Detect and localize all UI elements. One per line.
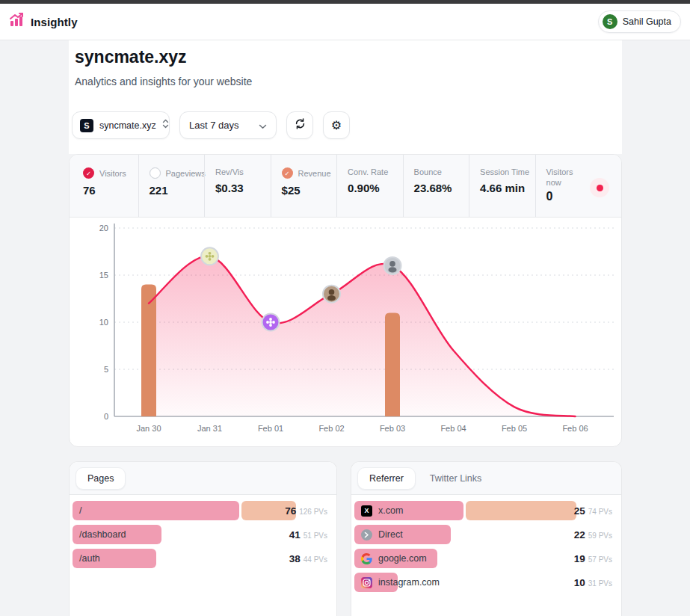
page-row-auth[interactable]: /auth3844 PVs: [73, 549, 333, 568]
svg-text:Feb 01: Feb 01: [258, 424, 283, 433]
chevron-updown-icon: [162, 118, 169, 132]
row-label: instagram.com: [354, 573, 440, 592]
site-selector[interactable]: S syncmate.xyz: [72, 111, 170, 139]
tab-twitter-links[interactable]: Twitter Links: [419, 468, 493, 489]
svg-text:15: 15: [99, 271, 108, 280]
stat-value: $25: [282, 184, 333, 197]
stat-revenue: ✓Revenue$25: [271, 155, 337, 217]
date-range-value: Last 7 days: [189, 120, 239, 131]
referrer-card-header: Referrer Twitter Links: [351, 462, 621, 495]
svg-text:Feb 06: Feb 06: [562, 424, 588, 433]
row-value: 1957 PVs: [574, 549, 612, 568]
tab-pages[interactable]: Pages: [76, 467, 126, 490]
pageviews-bar: [466, 501, 576, 520]
row-label: /dashboard: [73, 525, 126, 544]
stat-rev-vis: Rev/Vis$0.33: [204, 155, 271, 217]
avatar-marker-4[interactable]: [384, 257, 401, 274]
page-row-dashboard[interactable]: /dashboard4151 PVs: [73, 525, 333, 544]
svg-text:Feb 04: Feb 04: [440, 424, 466, 433]
stat-label: Pageviews: [166, 169, 206, 178]
row-value: 2574 PVs: [574, 501, 612, 520]
refresh-icon: [294, 117, 307, 133]
pages-card: Pages /76126 PVs/dashboard4151 PVs/auth3…: [69, 461, 337, 616]
brand-name: Insightly: [31, 16, 78, 28]
page-subtitle: Analytics and insights for your website: [75, 76, 252, 87]
page-row-[interactable]: /76126 PVs: [73, 501, 333, 520]
stat-value: 0: [546, 190, 581, 203]
referrer-row-google-com[interactable]: google.com1957 PVs: [354, 549, 618, 568]
stat-label: Conv. Rate: [348, 167, 388, 176]
live-visitors-dot: [590, 178, 609, 197]
stat-value: $0.33: [215, 182, 266, 194]
stat-label: Visitors now: [546, 167, 581, 188]
stat-pageviews: Pageviews221: [138, 155, 205, 217]
row-label: Xx.com: [354, 501, 403, 520]
referrer-row-direct[interactable]: Direct2259 PVs: [354, 525, 618, 544]
stat-value: 4.66 min: [480, 182, 531, 194]
svg-text:Jan 31: Jan 31: [197, 424, 222, 433]
user-menu-button[interactable]: S Sahil Gupta: [598, 10, 681, 33]
stat-label: Rev/Vis: [215, 167, 244, 176]
referrer-row-instagram-com[interactable]: instagram.com1031 PVs: [354, 573, 618, 592]
stat-label: Visitors: [99, 169, 126, 178]
instagram-favicon-icon: [361, 577, 372, 588]
avatar-marker-1[interactable]: [201, 247, 218, 265]
page-title: syncmate.xyz: [75, 47, 187, 67]
stat-session-time: Session Time4.66 min: [469, 155, 535, 217]
chart-svg: 05101520Jan 30Jan 31Feb 01Feb 02Feb 03Fe…: [70, 218, 621, 442]
svg-text:Feb 05: Feb 05: [502, 424, 527, 433]
brand-logo-link[interactable]: Insightly: [9, 13, 78, 31]
referrer-card: Referrer Twitter Links Xx.com2574 PVsDir…: [351, 461, 622, 616]
direct-arrow-icon: [361, 529, 372, 540]
referrer-row-x-com[interactable]: Xx.com2574 PVs: [354, 501, 618, 520]
row-value: 1031 PVs: [574, 573, 612, 592]
stat-value: 0.90%: [348, 182, 398, 194]
row-label: /auth: [73, 549, 100, 568]
brand-chart-icon: [9, 13, 25, 31]
stat-value: 221: [150, 184, 200, 197]
svg-text:10: 10: [99, 318, 108, 327]
stat-toggle-unchecked-icon[interactable]: [150, 167, 161, 179]
pages-card-header: Pages: [70, 462, 336, 495]
svg-text:20: 20: [99, 224, 108, 232]
avatar-marker-3[interactable]: [323, 286, 340, 303]
stat-label: Session Time: [480, 167, 529, 176]
hero-section: syncmate.xyz Analytics and insights for …: [69, 40, 622, 154]
visitors-bar: [73, 501, 239, 520]
row-value: 76126 PVs: [285, 501, 327, 520]
row-label: google.com: [354, 549, 427, 568]
stat-label: Bounce: [414, 167, 442, 176]
svg-text:Jan 30: Jan 30: [136, 424, 161, 433]
user-avatar: S: [603, 14, 617, 29]
svg-text:5: 5: [104, 365, 108, 374]
analytics-card: ✓Visitors76Pageviews221Rev/Vis$0.33✓Reve…: [69, 154, 622, 447]
app-header: Insightly S Sahil Gupta: [0, 4, 690, 40]
date-range-select[interactable]: Last 7 days: [179, 111, 277, 139]
x-logo-icon: X: [361, 505, 372, 517]
avatar-marker-2[interactable]: [262, 314, 280, 331]
stat-label: Revenue: [298, 169, 331, 178]
stat-visitors: ✓Visitors76: [73, 155, 138, 217]
refresh-button[interactable]: [286, 111, 313, 139]
site-selector-value: syncmate.xyz: [99, 120, 156, 131]
app-window: Insightly S Sahil Gupta syncmate.xyz Ana…: [0, 0, 690, 616]
row-value: 2259 PVs: [574, 525, 612, 544]
stat-toggle-checked-icon[interactable]: ✓: [282, 167, 293, 179]
visitors-area-fill: [149, 256, 576, 416]
revenue-bar: [385, 312, 400, 416]
stat-toggle-checked-icon[interactable]: ✓: [83, 167, 94, 179]
stat-conv-rate: Conv. Rate0.90%: [336, 155, 403, 217]
svg-text:Feb 02: Feb 02: [318, 424, 344, 433]
settings-button[interactable]: ⚙: [323, 111, 350, 139]
user-name: Sahil Gupta: [623, 16, 671, 27]
controls-row: S syncmate.xyz Last 7 days: [72, 111, 350, 139]
google-favicon-icon: [361, 553, 372, 564]
traffic-chart: 05101520Jan 30Jan 31Feb 01Feb 02Feb 03Fe…: [70, 218, 621, 446]
referrer-list: Xx.com2574 PVsDirect2259 PVsgoogle.com19…: [351, 495, 621, 592]
tab-referrer[interactable]: Referrer: [357, 467, 416, 490]
stat-value: 23.68%: [414, 182, 465, 194]
pages-list: /76126 PVs/dashboard4151 PVs/auth3844 PV…: [70, 495, 336, 568]
chevron-down-icon: [259, 119, 267, 132]
svg-text:0: 0: [104, 412, 108, 421]
row-value: 3844 PVs: [289, 549, 327, 568]
